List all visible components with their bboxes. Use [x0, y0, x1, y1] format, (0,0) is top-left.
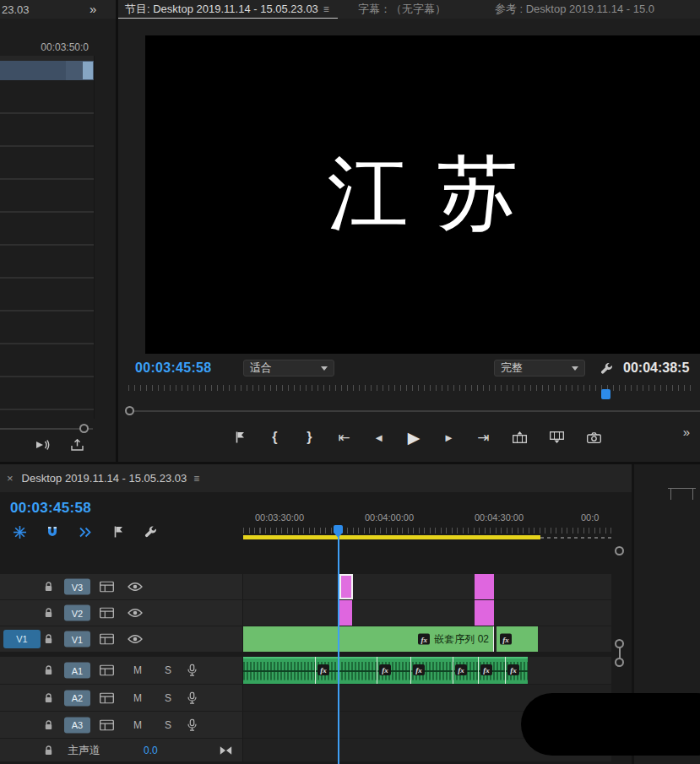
fx-badge-icon[interactable]: fx	[480, 664, 492, 675]
program-video-viewport[interactable]: 江苏	[145, 35, 700, 354]
mute-button[interactable]: M	[131, 664, 144, 676]
tab-program[interactable]: 节目: Desktop 2019.11.14 - 15.05.23.03 ≡	[118, 0, 338, 19]
mark-in-button[interactable]: {	[269, 430, 280, 445]
timeline-marker-icon[interactable]	[112, 526, 124, 538]
play-audio-icon[interactable]	[35, 440, 50, 451]
extract-button[interactable]	[550, 431, 564, 443]
export-frame-camera-icon[interactable]	[587, 432, 601, 443]
goto-in-button[interactable]: ⇤	[338, 429, 350, 447]
timeline-ruler[interactable]: 00:03:30:00 00:04:00:00 00:04:30:00 00:0	[243, 509, 612, 543]
track-visibility-eye-icon[interactable]	[128, 582, 143, 592]
goto-out-button[interactable]: ⇥	[477, 429, 489, 447]
voiceover-mic-icon[interactable]	[187, 718, 197, 731]
video-clip-selected[interactable]	[339, 574, 353, 599]
lock-icon[interactable]	[44, 745, 53, 756]
tab-captions[interactable]: 字幕：（无字幕）	[358, 2, 446, 17]
master-gain-value[interactable]: 0.0	[144, 745, 158, 756]
timeline-scroll-knob[interactable]	[615, 546, 624, 555]
track-patch-icon[interactable]	[100, 582, 114, 593]
track-visibility-eye-icon[interactable]	[128, 608, 143, 618]
left-panel-row-list[interactable]	[0, 81, 94, 414]
close-icon[interactable]: ×	[7, 472, 14, 485]
timeline-scroll-knob[interactable]	[615, 658, 624, 667]
voiceover-mic-icon[interactable]	[187, 664, 197, 677]
lock-icon[interactable]	[44, 692, 53, 703]
panel-menu-icon[interactable]: ≡	[193, 473, 199, 485]
track-header-master: 主声道 0.0	[0, 739, 243, 761]
program-playhead-handle[interactable]	[601, 389, 610, 399]
pan-bowtie-icon[interactable]	[220, 745, 232, 755]
track-patch-icon[interactable]	[100, 665, 114, 676]
fx-badge-icon[interactable]: fx	[418, 634, 430, 645]
solo-button[interactable]: S	[161, 692, 175, 704]
step-back-button[interactable]: ◄	[373, 431, 385, 444]
snap-magnet-icon[interactable]	[46, 526, 58, 539]
timeline-scroll-knob[interactable]	[615, 639, 624, 648]
video-clip[interactable]	[475, 574, 494, 599]
transport-overflow-chevron-icon[interactable]: »	[683, 425, 690, 439]
lock-icon[interactable]	[44, 608, 53, 619]
export-icon[interactable]	[71, 439, 84, 451]
solo-button[interactable]: S	[161, 664, 175, 676]
track-visibility-eye-icon[interactable]	[128, 634, 143, 644]
play-button[interactable]: ▶	[408, 428, 421, 447]
timeline-playhead-line[interactable]	[338, 537, 339, 764]
video-clip[interactable]	[475, 600, 494, 626]
track-badge-v2[interactable]: V2	[64, 605, 90, 621]
track-badge-v1[interactable]: V1	[64, 631, 90, 648]
lock-icon[interactable]	[44, 582, 53, 593]
step-forward-button[interactable]: ►	[442, 431, 454, 444]
zoom-fit-dropdown[interactable]: 适合	[243, 360, 334, 377]
settings-wrench-icon[interactable]	[600, 363, 613, 376]
lock-icon[interactable]	[44, 719, 53, 730]
left-panel-scrollbar-knob[interactable]	[79, 424, 89, 433]
lift-button[interactable]	[513, 431, 527, 443]
lock-icon[interactable]	[44, 665, 53, 676]
mark-out-button[interactable]: }	[303, 430, 315, 445]
program-current-timecode[interactable]: 00:03:45:58	[135, 360, 211, 376]
lock-icon[interactable]	[44, 634, 53, 645]
left-panel-selected-handle[interactable]	[83, 62, 93, 79]
program-zoom-scrollbar[interactable]	[128, 410, 700, 412]
track-patch-icon[interactable]	[100, 608, 114, 619]
tab-reference[interactable]: 参考 : Desktop 2019.11.14 - 15.0	[495, 2, 654, 17]
solo-button[interactable]: S	[161, 719, 175, 731]
add-marker-icon[interactable]	[234, 431, 246, 443]
fx-badge-icon[interactable]: fx	[507, 664, 519, 675]
timeline-timecode[interactable]: 00:03:45:58	[10, 500, 91, 517]
nest-toggle-icon[interactable]	[14, 526, 26, 539]
track-patch-icon[interactable]	[100, 719, 114, 730]
source-patch-badge-v1[interactable]: V1	[3, 630, 41, 648]
timeline-tab-label[interactable]: Desktop 2019.11.14 - 15.05.23.03	[22, 472, 187, 485]
linked-selection-icon[interactable]	[79, 527, 92, 538]
fx-badge-icon[interactable]: fx	[413, 664, 425, 675]
program-tab-bar: 节目: Desktop 2019.11.14 - 15.05.23.03 ≡ 字…	[118, 0, 700, 19]
track-patch-icon[interactable]	[100, 634, 114, 645]
mute-button[interactable]: M	[131, 719, 144, 731]
track-badge-a1[interactable]: A1	[64, 663, 90, 679]
voiceover-mic-icon[interactable]	[187, 691, 197, 704]
fx-badge-icon[interactable]: fx	[455, 664, 467, 675]
track-badge-v3[interactable]: V3	[64, 579, 90, 595]
nested-sequence-clip[interactable]: fx 嵌套序列 02	[243, 626, 494, 652]
panel-menu-icon[interactable]: ≡	[323, 3, 329, 15]
nested-sequence-clip[interactable]: fx	[497, 626, 538, 652]
left-panel-tab-partial-label[interactable]: 23.03	[2, 3, 30, 16]
video-clip[interactable]	[339, 600, 352, 626]
fx-badge-icon[interactable]: fx	[500, 634, 512, 645]
clip-boundary	[453, 657, 453, 684]
track-header-v2: V2	[0, 600, 243, 626]
panel-overflow-chevron-icon[interactable]: »	[90, 2, 96, 16]
mute-button[interactable]: M	[131, 692, 144, 704]
track-badge-a3[interactable]: A3	[64, 717, 90, 733]
timeline-settings-wrench-icon[interactable]	[144, 526, 157, 539]
work-area-bar[interactable]	[243, 535, 540, 539]
fx-badge-icon[interactable]: fx	[317, 664, 329, 675]
left-panel-selected-row[interactable]	[0, 61, 94, 80]
playback-quality-dropdown[interactable]: 完整	[494, 360, 585, 377]
program-monitor-panel: 节目: Desktop 2019.11.14 - 15.05.23.03 ≡ 字…	[118, 0, 700, 462]
fx-badge-icon[interactable]: fx	[379, 664, 391, 675]
track-patch-icon[interactable]	[100, 692, 114, 703]
track-badge-a2[interactable]: A2	[64, 690, 90, 706]
program-zoom-scrollbar-knob[interactable]	[125, 406, 134, 415]
